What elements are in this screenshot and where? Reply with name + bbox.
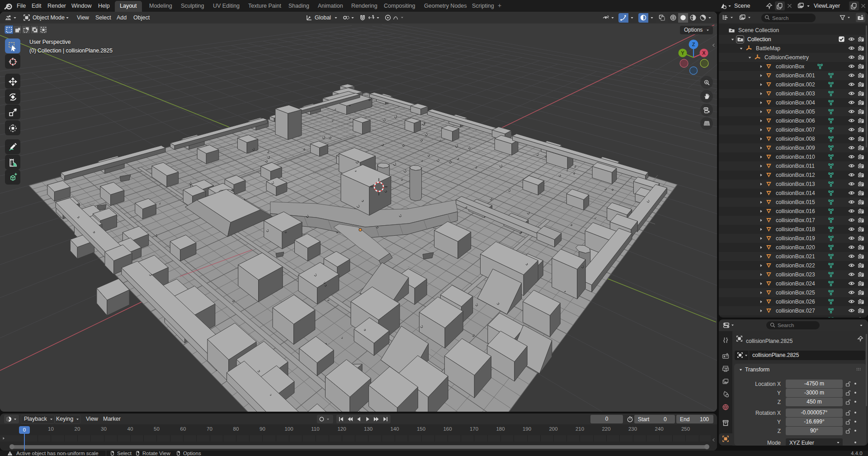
svg-text:Y: Y (681, 50, 684, 56)
svg-text:Z: Z (692, 42, 695, 47)
svg-text:X: X (702, 50, 706, 56)
